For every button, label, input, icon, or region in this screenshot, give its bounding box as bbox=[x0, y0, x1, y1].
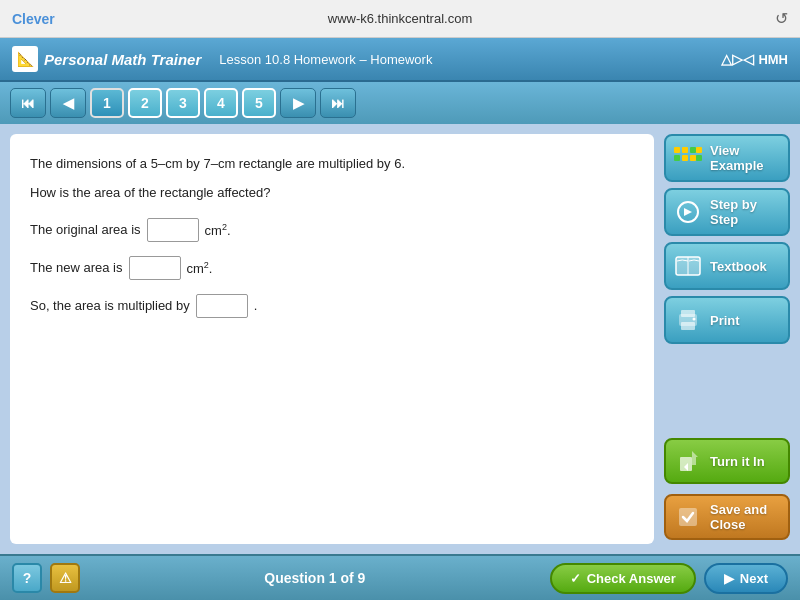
multiplied-by-input[interactable] bbox=[196, 294, 248, 318]
lesson-title: Lesson 10.8 Homework – Homework bbox=[219, 52, 432, 67]
page-button-3[interactable]: 3 bbox=[166, 88, 200, 118]
hmh-triangles: △▷◁ bbox=[721, 51, 754, 67]
prev-page-button[interactable]: ◀ bbox=[50, 88, 86, 118]
svg-rect-0 bbox=[674, 147, 680, 153]
svg-rect-7 bbox=[696, 155, 702, 161]
answer-line-1: The original area is cm2. bbox=[30, 218, 634, 242]
page-button-4[interactable]: 4 bbox=[204, 88, 238, 118]
textbook-label: Textbook bbox=[710, 259, 767, 274]
svg-rect-6 bbox=[690, 155, 696, 161]
svg-rect-13 bbox=[681, 322, 695, 330]
alert-button[interactable]: ⚠ bbox=[50, 563, 80, 593]
sidebar-spacer bbox=[664, 350, 790, 432]
svg-point-14 bbox=[693, 318, 696, 321]
question-text: The dimensions of a 5–cm by 7–cm rectang… bbox=[30, 154, 634, 175]
first-page-button[interactable]: ⏮ bbox=[10, 88, 46, 118]
help-button[interactable]: ? bbox=[12, 563, 42, 593]
next-button[interactable]: ▶ Next bbox=[704, 563, 788, 594]
svg-rect-1 bbox=[682, 147, 688, 153]
next-label: Next bbox=[740, 571, 768, 586]
main-content: The dimensions of a 5–cm by 7–cm rectang… bbox=[0, 124, 800, 554]
turn-it-in-label: Turn it In bbox=[710, 454, 765, 469]
last-page-button[interactable]: ⏭ bbox=[320, 88, 356, 118]
svg-rect-4 bbox=[674, 155, 680, 161]
step-by-step-icon bbox=[674, 198, 702, 226]
clever-logo: Clever bbox=[12, 11, 55, 27]
print-label: Print bbox=[710, 313, 740, 328]
textbook-icon bbox=[674, 252, 702, 280]
turn-it-in-button[interactable]: Turn it In bbox=[664, 438, 790, 484]
question-sub: How is the area of the rectangle affecte… bbox=[30, 185, 634, 200]
browser-bar: Clever www-k6.thinkcentral.com ↺ bbox=[0, 0, 800, 38]
svg-rect-2 bbox=[690, 147, 696, 153]
step-by-step-button[interactable]: Step by Step bbox=[664, 188, 790, 236]
next-icon: ▶ bbox=[724, 571, 734, 586]
app-header: 📐 Personal Math Trainer Lesson 10.8 Home… bbox=[0, 38, 800, 82]
original-area-input[interactable] bbox=[147, 218, 199, 242]
question-counter: Question 1 of 9 bbox=[88, 570, 542, 586]
page-button-1[interactable]: 1 bbox=[90, 88, 124, 118]
sidebar: View Example Step by Step bbox=[664, 134, 790, 544]
line3-suffix: . bbox=[254, 298, 258, 313]
textbook-button[interactable]: Textbook bbox=[664, 242, 790, 290]
turn-it-in-icon bbox=[674, 447, 702, 475]
line1-suffix: cm2. bbox=[205, 222, 231, 238]
view-example-button[interactable]: View Example bbox=[664, 134, 790, 182]
svg-rect-3 bbox=[696, 147, 702, 153]
refresh-icon[interactable]: ↺ bbox=[775, 9, 788, 28]
hmh-text: HMH bbox=[758, 52, 788, 67]
check-answer-button[interactable]: ✓ Check Answer bbox=[550, 563, 696, 594]
step-by-step-label: Step by Step bbox=[710, 197, 780, 227]
logo-text: Personal Math Trainer bbox=[44, 51, 201, 68]
question-panel: The dimensions of a 5–cm by 7–cm rectang… bbox=[10, 134, 654, 544]
checkmark-icon: ✓ bbox=[570, 571, 581, 586]
check-answer-label: Check Answer bbox=[587, 571, 676, 586]
view-example-label: View Example bbox=[710, 143, 780, 173]
answer-line-3: So, the area is multiplied by . bbox=[30, 294, 634, 318]
save-close-label: Save and Close bbox=[710, 502, 780, 532]
bottom-bar: ? ⚠ Question 1 of 9 ✓ Check Answer ▶ Nex… bbox=[0, 554, 800, 600]
hmh-logo: △▷◁ HMH bbox=[721, 51, 788, 67]
logo-icon-glyph: 📐 bbox=[17, 51, 34, 67]
new-area-input[interactable] bbox=[129, 256, 181, 280]
alert-icon: ⚠ bbox=[59, 570, 72, 586]
svg-rect-16 bbox=[679, 508, 697, 526]
next-page-button[interactable]: ▶ bbox=[280, 88, 316, 118]
nav-bar: ⏮ ◀ 1 2 3 4 5 ▶ ⏭ bbox=[0, 82, 800, 124]
line1-prefix: The original area is bbox=[30, 222, 141, 237]
logo-icon: 📐 bbox=[12, 46, 38, 72]
svg-rect-12 bbox=[681, 310, 695, 317]
browser-url: www-k6.thinkcentral.com bbox=[328, 11, 473, 26]
header-logo: 📐 Personal Math Trainer bbox=[12, 46, 201, 72]
svg-rect-5 bbox=[682, 155, 688, 161]
page-button-2[interactable]: 2 bbox=[128, 88, 162, 118]
view-example-icon bbox=[674, 144, 702, 172]
line2-prefix: The new area is bbox=[30, 260, 123, 275]
page-button-5[interactable]: 5 bbox=[242, 88, 276, 118]
answer-line-2: The new area is cm2. bbox=[30, 256, 634, 280]
print-button[interactable]: Print bbox=[664, 296, 790, 344]
help-icon: ? bbox=[23, 570, 32, 586]
line3-prefix: So, the area is multiplied by bbox=[30, 298, 190, 313]
print-icon bbox=[674, 306, 702, 334]
line2-suffix: cm2. bbox=[187, 260, 213, 276]
app-container: 📐 Personal Math Trainer Lesson 10.8 Home… bbox=[0, 38, 800, 600]
save-close-icon bbox=[674, 503, 702, 531]
save-close-button[interactable]: Save and Close bbox=[664, 494, 790, 540]
